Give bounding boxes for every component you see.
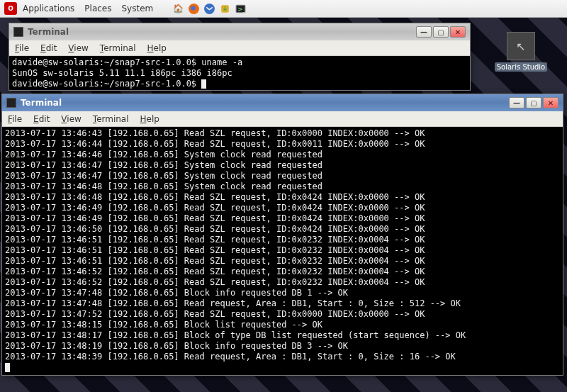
oracle-logo-icon[interactable]: O (4, 2, 17, 15)
updates-icon[interactable] (218, 2, 231, 15)
titlebar[interactable]: Terminal — ▢ ✕ (2, 94, 563, 111)
window-title: Terminal (28, 27, 69, 37)
svg-point-1 (191, 6, 195, 10)
svg-text:>_: >_ (237, 5, 246, 12)
terminal-output[interactable]: 2013-07-17 13:46:43 [192.168.0.65] Read … (2, 127, 563, 375)
menu-edit[interactable]: Edit (40, 43, 57, 53)
thunderbird-icon[interactable] (203, 2, 215, 15)
menu-help[interactable]: Help (147, 43, 167, 53)
panel-menu-applications[interactable]: Applications (23, 4, 74, 13)
minimize-button[interactable]: — (509, 97, 524, 108)
text-cursor (5, 363, 10, 372)
terminal-window-1[interactable]: Terminal — ▢ ✕ File Edit View Terminal H… (9, 23, 471, 91)
svg-point-2 (204, 4, 215, 14)
menu-edit[interactable]: Edit (33, 114, 50, 124)
home-icon[interactable]: 🏠 (172, 2, 184, 15)
desktop-icon-solaris-studio[interactable]: ↖ Solaris Studio (493, 32, 549, 71)
menu-file[interactable]: File (15, 43, 29, 53)
menu-view[interactable]: View (68, 43, 88, 53)
menu-terminal[interactable]: Terminal (93, 114, 129, 124)
terminal-app-icon (13, 27, 23, 37)
window-title: Terminal (21, 98, 62, 108)
terminal-window-2[interactable]: Terminal — ▢ ✕ File Edit View Terminal H… (1, 94, 563, 376)
close-button[interactable]: ✕ (543, 97, 558, 108)
panel-menu-places[interactable]: Places (84, 4, 111, 13)
terminal-app-icon (6, 98, 16, 108)
menu-terminal[interactable]: Terminal (100, 43, 136, 53)
firefox-icon[interactable] (187, 2, 200, 15)
cursor-icon: ↖ (507, 32, 535, 60)
menu-file[interactable]: File (8, 114, 22, 124)
menu-view[interactable]: View (61, 114, 81, 124)
text-cursor (201, 79, 206, 89)
minimize-button[interactable]: — (416, 26, 432, 38)
terminal-output[interactable]: davide@sw-solaris:~/snap7-src-1.0.0$ una… (9, 56, 470, 90)
maximize-button[interactable]: ▢ (433, 26, 449, 38)
menu-help[interactable]: Help (140, 114, 159, 124)
gnome-top-panel: O Applications Places System 🏠 >_ (0, 0, 567, 18)
menubar: File Edit View Terminal Help (2, 111, 563, 127)
maximize-button[interactable]: ▢ (526, 97, 541, 108)
titlebar[interactable]: Terminal — ▢ ✕ (9, 23, 470, 40)
close-button[interactable]: ✕ (450, 26, 466, 38)
menubar: File Edit View Terminal Help (9, 40, 470, 56)
panel-menu-system[interactable]: System (121, 4, 153, 13)
terminal-icon[interactable]: >_ (234, 2, 247, 15)
desktop-icon-label: Solaris Studio (495, 62, 548, 72)
